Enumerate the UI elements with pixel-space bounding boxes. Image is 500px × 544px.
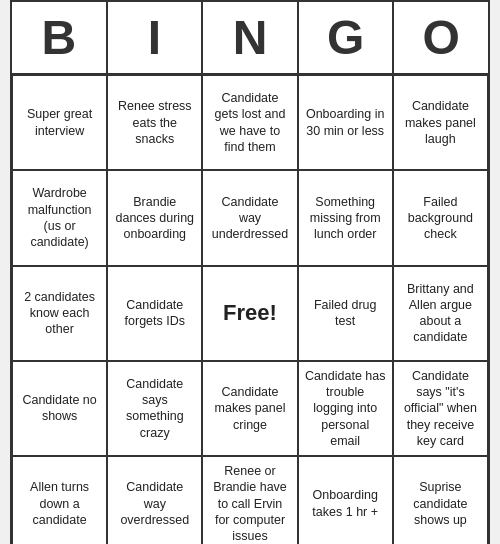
bingo-letter-n: N [203,2,299,73]
bingo-cell-5: Wardrobe malfunction (us or candidate) [12,170,107,265]
bingo-cell-14: Brittany and Allen argue about a candida… [393,266,488,361]
bingo-letter-o: O [394,2,488,73]
bingo-cell-6: Brandie dances during onboarding [107,170,202,265]
bingo-cell-24: Suprise candidate shows up [393,456,488,544]
bingo-cell-4: Candidate makes panel laugh [393,75,488,170]
bingo-cell-3: Onboarding in 30 min or less [298,75,393,170]
bingo-cell-20: Allen turns down a candidate [12,456,107,544]
bingo-cell-18: Candidate has trouble logging into perso… [298,361,393,456]
bingo-cell-21: Candidate way overdressed [107,456,202,544]
bingo-cell-17: Candidate makes panel cringe [202,361,297,456]
bingo-cell-8: Something missing from lunch order [298,170,393,265]
bingo-header: BINGO [12,2,488,75]
bingo-letter-i: I [108,2,204,73]
bingo-cell-2: Candidate gets lost and we have to find … [202,75,297,170]
bingo-cell-22: Renee or Brandie have to call Ervin for … [202,456,297,544]
bingo-cell-19: Candidate says "it's official" when they… [393,361,488,456]
bingo-cell-9: Failed background check [393,170,488,265]
bingo-cell-12: Free! [202,266,297,361]
bingo-cell-15: Candidate no shows [12,361,107,456]
bingo-cell-1: Renee stress eats the snacks [107,75,202,170]
bingo-grid: Super great interviewRenee stress eats t… [12,75,488,544]
bingo-letter-b: B [12,2,108,73]
bingo-cell-11: Candidate forgets IDs [107,266,202,361]
bingo-card: BINGO Super great interviewRenee stress … [10,0,490,544]
bingo-cell-7: Candidate way underdressed [202,170,297,265]
bingo-letter-g: G [299,2,395,73]
bingo-cell-0: Super great interview [12,75,107,170]
bingo-cell-23: Onboarding takes 1 hr + [298,456,393,544]
bingo-cell-10: 2 candidates know each other [12,266,107,361]
bingo-cell-16: Candidate says something crazy [107,361,202,456]
bingo-cell-13: Failed drug test [298,266,393,361]
